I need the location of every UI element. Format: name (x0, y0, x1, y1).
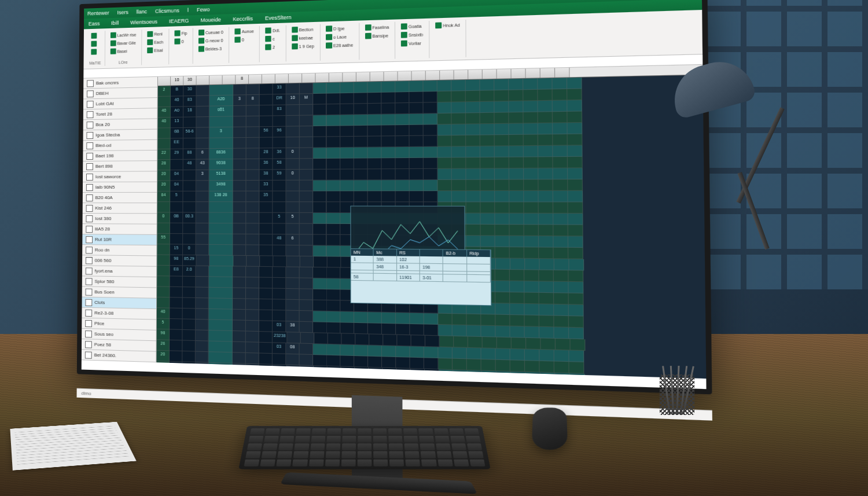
cell[interactable]: 83 (273, 105, 286, 116)
cell[interactable] (410, 358, 424, 369)
cell[interactable] (553, 202, 568, 214)
cell[interactable] (554, 259, 569, 270)
cell[interactable] (286, 278, 299, 289)
cell[interactable] (409, 103, 423, 114)
cell[interactable] (524, 157, 538, 168)
cell[interactable] (183, 181, 196, 191)
cell[interactable] (259, 354, 273, 365)
cell[interactable] (273, 299, 286, 310)
cell[interactable] (183, 277, 196, 288)
cell[interactable] (569, 328, 584, 339)
cell[interactable]: 8836 (209, 149, 233, 160)
cell[interactable] (157, 244, 170, 255)
cell[interactable]: M (300, 94, 313, 105)
cell[interactable] (381, 82, 395, 93)
cell[interactable] (494, 90, 509, 102)
cell[interactable] (327, 322, 341, 334)
cell[interactable] (410, 180, 424, 191)
cell[interactable] (495, 326, 510, 337)
cell[interactable] (541, 338, 556, 350)
cell[interactable]: 0 (157, 212, 170, 223)
cell[interactable] (183, 170, 196, 181)
cell[interactable] (300, 322, 313, 333)
cell[interactable] (183, 308, 196, 319)
cell[interactable] (286, 245, 299, 256)
cell[interactable] (424, 102, 437, 113)
cell[interactable] (328, 333, 342, 345)
overlay-th[interactable] (420, 249, 443, 256)
cell[interactable] (437, 102, 452, 113)
cell[interactable] (451, 80, 466, 91)
overlay-cell[interactable] (467, 264, 491, 271)
ribbon-button[interactable]: 2 (263, 43, 282, 51)
cell[interactable] (300, 245, 313, 256)
overlay-cell[interactable]: 58 (351, 273, 374, 280)
cell[interactable] (354, 126, 368, 137)
cell[interactable] (247, 148, 260, 159)
cell[interactable] (196, 341, 209, 352)
ribbon-button[interactable]: Fip (172, 30, 189, 37)
cell[interactable] (554, 248, 569, 259)
checkbox-icon[interactable] (87, 111, 94, 118)
cell[interactable] (354, 191, 368, 202)
cell[interactable] (286, 267, 299, 278)
cell[interactable] (424, 191, 437, 202)
cell[interactable]: 98 (157, 329, 170, 340)
cell[interactable] (328, 366, 341, 378)
cell[interactable] (313, 202, 326, 213)
cell[interactable] (170, 297, 182, 308)
cell[interactable] (313, 213, 326, 224)
cell[interactable] (568, 248, 583, 259)
cell[interactable] (367, 93, 381, 104)
cell[interactable] (410, 324, 424, 336)
cell[interactable] (510, 315, 524, 326)
cell[interactable] (182, 373, 196, 379)
cell[interactable] (300, 376, 314, 379)
cell[interactable] (259, 278, 273, 289)
cell[interactable] (381, 114, 395, 125)
cell[interactable] (424, 347, 439, 358)
cell[interactable] (510, 225, 524, 236)
cell[interactable] (553, 236, 568, 248)
cell[interactable] (410, 147, 424, 158)
cell[interactable] (452, 157, 466, 168)
cell[interactable] (259, 364, 273, 375)
cell[interactable] (183, 298, 196, 309)
cell[interactable] (273, 354, 286, 365)
cell[interactable] (259, 234, 273, 245)
ribbon-button[interactable]: E28 aathe (324, 41, 355, 49)
cell[interactable] (313, 245, 327, 256)
ribbon-tab[interactable]: Eass (89, 21, 100, 27)
ribbon-button[interactable]: Bection (290, 25, 316, 34)
cell[interactable] (196, 181, 209, 191)
cell[interactable] (300, 300, 313, 311)
cell[interactable] (367, 82, 381, 93)
overlay-cell[interactable]: 102 (397, 256, 420, 263)
cell[interactable] (196, 277, 209, 288)
ribbon-button[interactable]: Eisal (145, 46, 165, 54)
cell[interactable] (182, 362, 196, 373)
cell[interactable] (509, 123, 524, 135)
cell[interactable] (553, 112, 568, 123)
cell[interactable] (247, 127, 260, 138)
cell[interactable] (437, 80, 451, 92)
cell[interactable] (327, 170, 341, 181)
cell[interactable] (246, 277, 259, 288)
ribbon-button[interactable]: Beldes-3 (196, 45, 225, 53)
cell[interactable]: 15 (170, 244, 183, 255)
cell[interactable] (466, 225, 481, 236)
cell[interactable] (209, 277, 233, 288)
overlay-cell[interactable] (467, 271, 491, 274)
cell[interactable] (382, 169, 396, 180)
cell[interactable] (246, 202, 259, 213)
cell[interactable] (300, 137, 313, 148)
cell[interactable] (524, 134, 538, 146)
ribbon-button[interactable]: o Laoe (324, 33, 355, 41)
cell[interactable] (233, 223, 246, 234)
cell[interactable] (170, 362, 182, 373)
cell[interactable] (437, 91, 452, 103)
row-label[interactable]: Splor 580 (82, 276, 157, 288)
cell[interactable] (369, 368, 382, 379)
cell[interactable] (340, 344, 354, 356)
cell[interactable] (157, 297, 170, 308)
